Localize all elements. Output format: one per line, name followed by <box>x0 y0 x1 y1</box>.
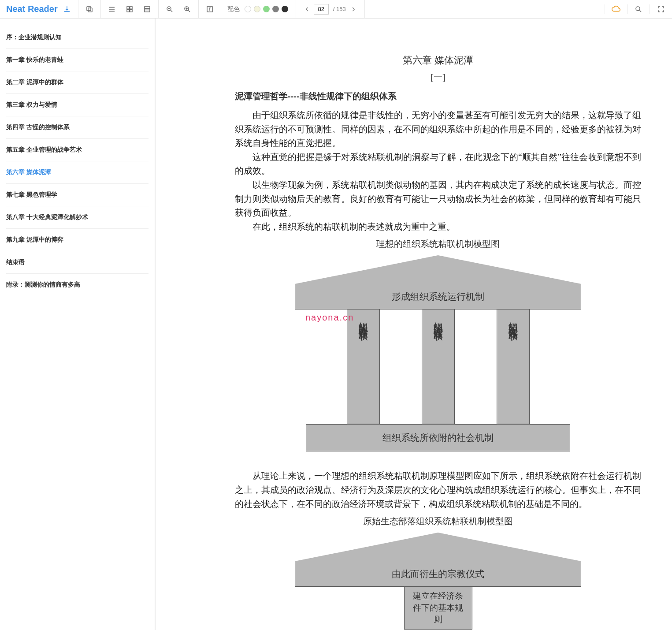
svg-rect-3 <box>130 7 132 9</box>
diagram1-roof-band: 形成组织系统运行机制 <box>295 284 581 309</box>
paragraph: 由于组织系统所依循的规律是非线性的，无穷小的变量甚至有可能引发无穷大的结果，这就… <box>235 108 641 150</box>
font-icon[interactable] <box>205 4 215 14</box>
content-area: 第六章 媒体泥潭 [一] 泥潭管理哲学----非线性规律下的组织体系 由于组织系… <box>156 19 672 630</box>
download-icon[interactable] <box>62 4 72 14</box>
diagram1-pillar-2: 组织的经济性粘联 <box>422 309 455 424</box>
swatch-green[interactable] <box>263 6 270 12</box>
diagram1-base: 组织系统所依附的社会机制 <box>306 424 570 451</box>
diagram1-pillars: 组织的政治性粘联 组织的经济性粘联 组织的文化性粘联 <box>295 309 581 424</box>
zoom-section <box>159 0 199 18</box>
diagram1: 形成组织系统运行机制 组织的政治性粘联 组织的经济性粘联 组织的文化性粘联 组织… <box>295 255 581 451</box>
swatch-gray[interactable] <box>272 6 279 12</box>
svg-rect-6 <box>145 7 150 12</box>
page-input[interactable] <box>314 4 329 15</box>
zoom-out-icon[interactable] <box>165 4 174 14</box>
chapter-title: 第六章 媒体泥潭 <box>235 54 641 67</box>
toc-item[interactable]: 第四章 古怪的控制体系 <box>6 116 149 139</box>
swatch-dark[interactable] <box>282 6 288 12</box>
toc-item[interactable]: 第一章 快乐的老青蛙 <box>6 49 149 71</box>
paragraph: 以生物学现象为例，系统粘联机制类似动物的基因，其内在构成决定了系统的成长速度与状… <box>235 178 641 220</box>
toc-item[interactable]: 附录：测测你的情商有多高 <box>6 274 149 296</box>
font-section <box>199 0 221 18</box>
view-section <box>101 0 159 18</box>
paragraph: 这种直觉的把握是缘于对系统粘联机制的洞察与了解，在此观念下的“顺其自然”往往会收… <box>235 150 641 178</box>
search-icon[interactable] <box>634 4 643 14</box>
paragraph: 从理论上来说，一个理想的组织系统粘联机制原理模型图应如下所示，组织系统依附在社会… <box>235 469 641 511</box>
svg-rect-2 <box>127 7 129 9</box>
diagram2-title: 原始生态部落组织系统粘联机制模型图 <box>235 515 641 527</box>
pager-section: / 153 <box>296 0 365 18</box>
diagram2-pillar: 建立在经济条件下的基本规则 <box>404 587 472 630</box>
diagram1-pillar-1: 组织的政治性粘联 <box>347 309 380 424</box>
app-logo: Neat Reader <box>6 4 58 14</box>
diagram1-pillar-3: 组织的文化性粘联 <box>497 309 530 424</box>
toc-item[interactable]: 第三章 权力与爱情 <box>6 94 149 116</box>
section-number: [一] <box>235 71 641 83</box>
diagram1-title: 理想的组织系统粘联机制模型图 <box>235 238 641 250</box>
toc-item[interactable]: 第九章 泥潭中的博弈 <box>6 229 149 251</box>
cloud-icon[interactable] <box>611 4 621 14</box>
svg-rect-5 <box>130 9 132 11</box>
diagram2-pillars: 建立在经济条件下的基本规则 <box>295 587 581 630</box>
subtitle: 泥潭管理哲学----非线性规律下的组织体系 <box>235 90 641 102</box>
svg-rect-1 <box>87 7 91 11</box>
logo-section: Neat Reader <box>0 0 78 18</box>
diagram2-roof-triangle <box>295 533 581 561</box>
page-total: / 153 <box>333 6 346 12</box>
grid-icon[interactable] <box>125 4 134 14</box>
copy-icon[interactable] <box>85 4 94 14</box>
fullscreen-icon[interactable] <box>656 4 666 14</box>
copy-section <box>78 0 101 18</box>
paragraph: 在此，组织系统的粘联机制的表述就成为重中之重。 <box>235 220 641 234</box>
toolbar: Neat Reader 配色 / 153 <box>0 0 672 19</box>
diagram2-roof-band: 由此而衍生的宗教仪式 <box>295 561 581 587</box>
toc-item[interactable]: 第七章 黑色管理学 <box>6 184 149 206</box>
toc-item[interactable]: 第八章 十大经典泥潭化解妙术 <box>6 206 149 229</box>
swatch-white[interactable] <box>245 6 251 12</box>
toc-item[interactable]: 第五章 企业管理的战争艺术 <box>6 139 149 161</box>
sidebar-toc: 序：企业潜规则认知第一章 快乐的老青蛙第二章 泥潭中的群体第三章 权力与爱情第四… <box>0 19 156 630</box>
main: 序：企业潜规则认知第一章 快乐的老青蛙第二章 泥潭中的群体第三章 权力与爱情第四… <box>0 19 672 630</box>
diagram2: 由此而衍生的宗教仪式 建立在经济条件下的基本规则 <box>295 533 581 630</box>
diagram1-roof-triangle <box>295 255 581 284</box>
diagram1-wrap: nayona.cn 形成组织系统运行机制 组织的政治性粘联 组织的经济性粘联 组… <box>235 255 641 451</box>
svg-rect-4 <box>127 9 129 11</box>
list-icon[interactable] <box>142 4 152 14</box>
toc-item[interactable]: 序：企业潜规则认知 <box>6 26 149 49</box>
next-page-icon[interactable] <box>349 4 358 14</box>
swatch-beige[interactable] <box>254 6 260 12</box>
menu-icon[interactable] <box>107 4 117 14</box>
color-label: 配色 <box>227 5 240 13</box>
svg-point-10 <box>636 7 640 11</box>
toc-item[interactable]: 结束语 <box>6 251 149 274</box>
toc-item[interactable]: 第二章 泥潭中的群体 <box>6 71 149 94</box>
zoom-in-icon[interactable] <box>182 4 192 14</box>
color-section: 配色 <box>221 0 296 18</box>
watermark: nayona.cn <box>305 313 354 323</box>
prev-page-icon[interactable] <box>302 4 312 14</box>
toc-item[interactable]: 第六章 媒体泥潭 <box>6 161 149 184</box>
svg-rect-0 <box>88 8 92 12</box>
